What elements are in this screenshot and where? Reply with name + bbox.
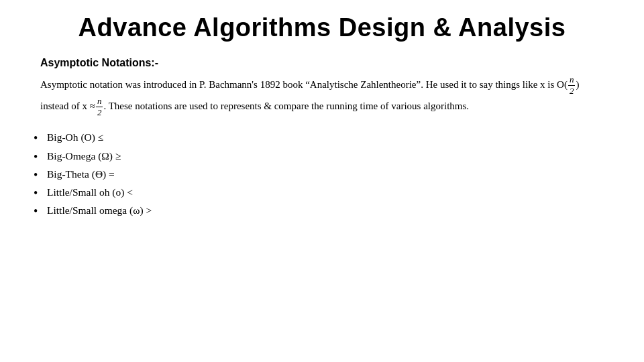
fraction-1: n2 xyxy=(568,74,576,96)
intro-paragraph: Asymptotic notation was introduced in P.… xyxy=(40,74,604,117)
list-item: Big-Oh (O) ≤ xyxy=(40,128,604,146)
notation-list: Big-Oh (O) ≤Big-Omega (Ω) ≥Big-Theta (Θ)… xyxy=(40,128,604,219)
list-item: Big-Theta (Θ) = xyxy=(40,165,604,183)
fraction-1-den: 2 xyxy=(568,86,576,97)
list-item: Little/Small oh (o) < xyxy=(40,183,604,201)
fraction-2: n2 xyxy=(96,96,103,117)
intro-text-1: Asymptotic notation was introduced in P.… xyxy=(40,79,568,90)
list-item: Big-Omega (Ω) ≥ xyxy=(40,147,604,165)
section-heading: Asymptotic Notations:- xyxy=(40,57,604,69)
fraction-2-den: 2 xyxy=(96,107,103,118)
fraction-1-num: n xyxy=(568,74,576,86)
fraction-2-num: n xyxy=(96,96,103,107)
page-container: Advance Algorithms Design & Analysis Asy… xyxy=(0,0,644,362)
list-item: Little/Small omega (ω) > xyxy=(40,201,604,219)
page-title: Advance Algorithms Design & Analysis xyxy=(40,13,604,42)
intro-text-3: . These notations are used to represents… xyxy=(103,101,469,111)
